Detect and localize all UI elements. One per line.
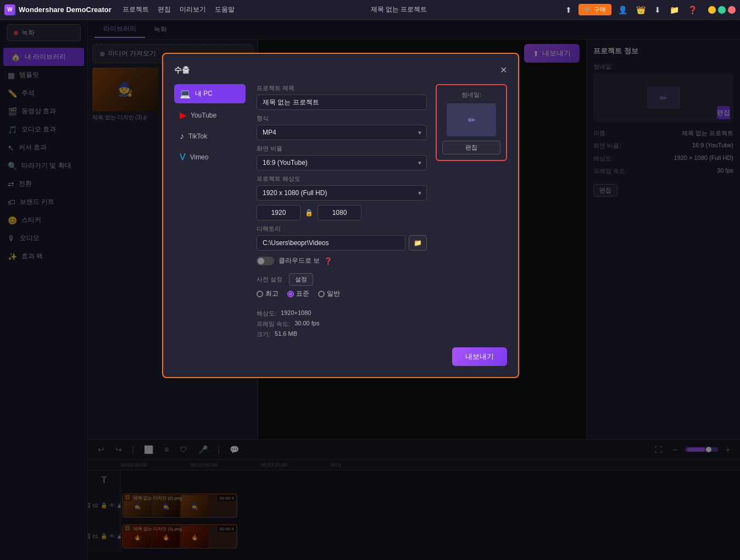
radio-circle-standard [287,291,294,297]
modal-title: 수출 [174,65,190,75]
folder-icon[interactable]: 📁 [667,4,681,15]
stat-resolution-label: 해상도: [257,309,276,318]
stat-row-3: 크기: 51.6 MB [257,330,507,339]
stat-size: 크기: 51.6 MB [257,330,297,339]
preset-options: 최고 표준 일반 [257,289,507,298]
modal-close-button[interactable]: ✕ [500,65,507,75]
resolution-custom-row: 🔒 [257,205,427,220]
stats-section: 해상도: 1920+1080 프레임 속도: 30.00 fps 크기: [257,309,507,339]
format-select-wrapper: MP4 MOV AVI GIF ▼ [257,125,427,140]
browse-button[interactable]: 📁 [409,235,427,251]
dest-label-youtube: YouTube [191,112,216,119]
modal-footer: 내보내기 [174,347,507,366]
stat-size-value: 51.6 MB [275,330,297,339]
stat-fps-label: 프레임 속도: [257,320,290,328]
export-modal-button[interactable]: 내보내기 [452,347,507,366]
form-label-format: 형식 [257,114,427,123]
cloud-toggle[interactable] [257,257,274,265]
directory-input[interactable] [257,235,405,251]
dest-label-tiktok: TikTok [188,132,207,140]
dest-item-pc[interactable]: 💻 내 PC [174,84,246,103]
menu-edit[interactable]: 편집 [158,5,171,14]
preset-row: 사전 설정 설정 [257,273,507,286]
dest-item-vimeo[interactable]: V Vimeo [174,148,246,167]
close-button[interactable] [728,6,736,14]
format-select[interactable]: MP4 MOV AVI GIF [257,125,427,140]
maximize-button[interactable] [718,6,726,14]
stat-fps-value: 30.00 fps [294,320,319,328]
download-icon[interactable]: ⬇ [652,4,663,15]
menu-help[interactable]: 도움말 [215,5,235,14]
dest-item-tiktok[interactable]: ♪ TikTok [174,127,246,146]
pc-icon: 💻 [180,88,191,99]
form-label-resolution: 프로젝트 해상도 [257,175,427,183]
form-group-ratio: 화면 비율 16:9 (YouTube) 9:16 (TikTok) 1:1 ▼ [257,145,427,170]
buy-button[interactable]: 🛒 구매 [578,4,611,15]
thumb-edit-icon-button[interactable]: ✏ [468,115,475,125]
user-icon[interactable]: 👤 [616,4,630,15]
title-bar-controls: ⬆ 🛒 구매 👤 👑 ⬇ 📁 ❓ [563,4,736,15]
thumbnail-box: 썸네일: ✏ 편집 [436,84,507,161]
form-label-ratio: 화면 비율 [257,145,427,153]
ratio-select-wrapper: 16:9 (YouTube) 9:16 (TikTok) 1:1 ▼ [257,155,427,170]
modal-body: 💻 내 PC ▶ YouTube ♪ TikTok V Vimeo [174,84,507,339]
preset-label: 사전 설정 [257,275,282,284]
minimize-button[interactable] [708,6,716,14]
resolution-select[interactable]: 1920 x 1080 (Full HD) 1280 x 720 (HD) 38… [257,185,427,201]
form-label-title: 프로젝트 제목 [257,84,427,92]
dest-item-youtube[interactable]: ▶ YouTube [174,106,246,125]
title-bar: W Wondershare DemoCreator 프로젝트 편집 미리보기 도… [0,0,740,20]
app-name: Wondershare DemoCreator [19,5,112,14]
modal-destinations: 💻 내 PC ▶ YouTube ♪ TikTok V Vimeo [174,84,246,339]
preset-option-high[interactable]: 최고 [257,289,279,298]
ratio-select[interactable]: 16:9 (YouTube) 9:16 (TikTok) 1:1 [257,155,427,170]
modal-header: 수출 ✕ [174,65,507,75]
window-buttons [708,6,736,14]
help-icon[interactable]: ❓ [686,4,699,15]
radio-dot-standard [289,292,292,296]
stat-size-label: 크기: [257,330,270,339]
export-modal: 수출 ✕ 💻 내 PC ▶ YouTube ♪ TikTok V [162,53,519,378]
form-group-dir: 디렉토리 📁 [257,225,427,251]
form-label-dir: 디렉토리 [257,225,427,233]
stat-row-1: 해상도: 1920+1080 [257,309,507,318]
form-top-row: 프로젝트 제목 형식 MP4 MOV AVI GIF [257,84,507,265]
menu-preview[interactable]: 미리보기 [180,5,206,14]
height-input[interactable] [318,205,361,220]
logo-icon: W [4,4,15,15]
dir-row: 📁 [257,235,427,251]
vimeo-icon: V [180,152,186,162]
preset-option-normal[interactable]: 일반 [318,289,340,298]
project-title-input[interactable] [257,95,427,110]
stat-resolution: 해상도: 1920+1080 [257,309,311,318]
preset-label-standard: 표준 [296,289,309,298]
menu-project[interactable]: 프로젝트 [123,5,149,14]
cloud-label: 클라우드로 보 [279,256,320,265]
lock-icon: 🔒 [305,209,313,217]
tiktok-icon: ♪ [180,131,184,141]
upload-icon[interactable]: ⬆ [563,4,574,15]
stat-row-2: 프레임 속도: 30.00 fps [257,320,507,328]
crown-icon[interactable]: 👑 [634,4,648,15]
width-input[interactable] [257,205,301,220]
youtube-icon: ▶ [180,110,186,120]
radio-circle-high [257,291,263,297]
form-group-format: 형식 MP4 MOV AVI GIF ▼ [257,114,427,140]
radio-circle-normal [318,291,325,297]
preset-option-standard[interactable]: 표준 [287,289,309,298]
form-main: 프로젝트 제목 형식 MP4 MOV AVI GIF [257,84,427,265]
toggle-thumb [258,258,264,264]
modal-form: 프로젝트 제목 형식 MP4 MOV AVI GIF [257,84,507,339]
cloud-help-icon[interactable]: ❓ [324,257,332,265]
menu-bar: 프로젝트 편집 미리보기 도움말 [123,5,235,14]
preset-settings-button[interactable]: 설정 [289,273,313,286]
thumbnail-label-modal: 썸네일: [461,91,481,99]
modal-overlay: 수출 ✕ 💻 내 PC ▶ YouTube ♪ TikTok V [0,20,740,560]
dest-label-pc: 내 PC [195,89,213,98]
app-logo: W Wondershare DemoCreator [4,4,112,15]
window-title: 제목 없는 프로젝트 [239,5,559,14]
thumb-edit-text-button[interactable]: 편집 [442,141,500,154]
preset-section: 사전 설정 설정 최고 표준 [257,273,507,298]
dest-label-vimeo: Vimeo [190,153,209,161]
form-group-title: 프로젝트 제목 [257,84,427,110]
